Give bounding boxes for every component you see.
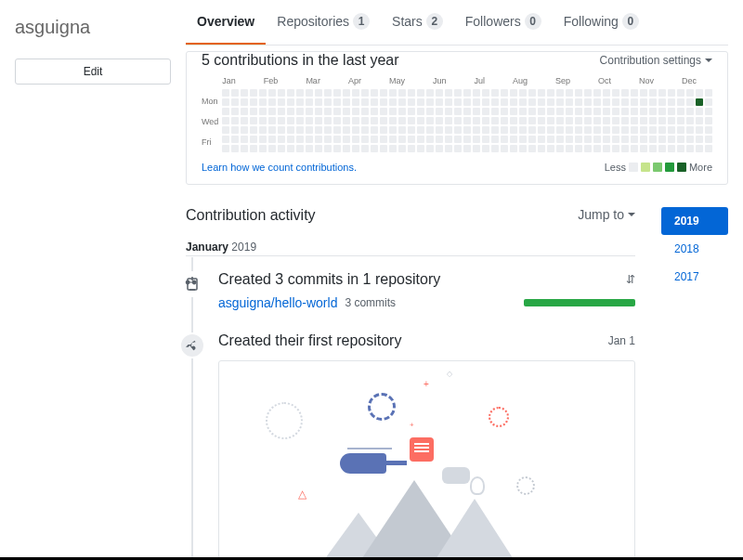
contribution-cell[interactable] (231, 136, 239, 143)
contribution-cell[interactable] (640, 126, 647, 134)
contribution-cell[interactable] (575, 136, 582, 143)
contribution-cell[interactable] (566, 145, 573, 152)
contribution-cell[interactable] (278, 98, 285, 106)
year-2018[interactable]: 2018 (661, 235, 728, 263)
contribution-cell[interactable] (250, 108, 257, 115)
contribution-cell[interactable] (426, 89, 434, 97)
contribution-cell[interactable] (501, 98, 508, 106)
contribution-cell[interactable] (612, 98, 619, 106)
contribution-cell[interactable] (259, 117, 267, 124)
contribution-cell[interactable] (631, 126, 638, 134)
contribution-cell[interactable] (324, 145, 332, 152)
contribution-cell[interactable] (231, 126, 239, 134)
contribution-cell[interactable] (584, 126, 592, 134)
contribution-cell[interactable] (528, 117, 536, 124)
contribution-cell[interactable] (343, 98, 350, 106)
contribution-cell[interactable] (250, 89, 257, 97)
contribution-cell[interactable] (445, 108, 452, 115)
contribution-cell[interactable] (222, 136, 229, 143)
contribution-cell[interactable] (649, 126, 657, 134)
contribution-cell[interactable] (259, 108, 267, 115)
contribution-cell[interactable] (668, 126, 675, 134)
contribution-cell[interactable] (426, 108, 434, 115)
contribution-cell[interactable] (621, 89, 629, 97)
contribution-cell[interactable] (241, 89, 248, 97)
contribution-cell[interactable] (705, 117, 712, 124)
contribution-cell[interactable] (408, 89, 415, 97)
contribution-cell[interactable] (677, 108, 684, 115)
contribution-cell[interactable] (398, 126, 406, 134)
contribution-cell[interactable] (241, 108, 248, 115)
contribution-cell[interactable] (510, 117, 517, 124)
contribution-cell[interactable] (658, 89, 666, 97)
contribution-cell[interactable] (575, 117, 582, 124)
contribution-cell[interactable] (686, 108, 694, 115)
contribution-cell[interactable] (519, 126, 527, 134)
contribution-cell[interactable] (631, 89, 638, 97)
contribution-cell[interactable] (426, 136, 434, 143)
contribution-cell[interactable] (306, 117, 313, 124)
contribution-cell[interactable] (417, 98, 424, 106)
contribution-cell[interactable] (482, 126, 489, 134)
contribution-cell[interactable] (528, 98, 536, 106)
contribution-cell[interactable] (696, 145, 703, 152)
contribution-cell[interactable] (658, 117, 666, 124)
contribution-cell[interactable] (705, 108, 712, 115)
contribution-cell[interactable] (343, 126, 350, 134)
contribution-cell[interactable] (259, 136, 267, 143)
contribution-cell[interactable] (408, 98, 415, 106)
contribution-cell[interactable] (231, 98, 239, 106)
edit-profile-button[interactable]: Edit (15, 59, 171, 85)
contribution-cell[interactable] (389, 145, 397, 152)
contribution-cell[interactable] (324, 98, 332, 106)
contribution-cell[interactable] (696, 126, 703, 134)
contribution-cell[interactable] (222, 145, 229, 152)
contribution-cell[interactable] (445, 126, 452, 134)
contribution-cell[interactable] (380, 117, 387, 124)
learn-contributions-link[interactable]: Learn how we count contributions. (202, 162, 357, 173)
tab-followers[interactable]: Followers0 (454, 0, 553, 45)
contribution-cell[interactable] (278, 126, 285, 134)
contribution-cell[interactable] (612, 136, 619, 143)
contribution-cell[interactable] (278, 117, 285, 124)
contribution-cell[interactable] (436, 89, 443, 97)
contribution-cell[interactable] (547, 126, 554, 134)
contribution-cell[interactable] (389, 108, 397, 115)
contribution-cell[interactable] (593, 126, 601, 134)
contribution-cell[interactable] (371, 136, 378, 143)
contribution-cell[interactable] (268, 117, 276, 124)
contribution-cell[interactable] (575, 126, 582, 134)
contribution-cell[interactable] (612, 89, 619, 97)
contribution-cell[interactable] (287, 136, 294, 143)
contribution-cell[interactable] (333, 89, 341, 97)
contribution-cell[interactable] (222, 126, 229, 134)
contribution-cell[interactable] (491, 98, 499, 106)
contribution-cell[interactable] (482, 117, 489, 124)
contribution-cell[interactable] (686, 89, 694, 97)
contribution-cell[interactable] (547, 89, 554, 97)
contribution-cell[interactable] (398, 98, 406, 106)
contribution-cell[interactable] (436, 136, 443, 143)
contribution-cell[interactable] (278, 89, 285, 97)
contribution-cell[interactable] (389, 126, 397, 134)
contribution-cell[interactable] (686, 136, 694, 143)
contribution-cell[interactable] (454, 89, 462, 97)
contribution-cell[interactable] (426, 145, 434, 152)
contribution-cell[interactable] (547, 98, 554, 106)
contribution-cell[interactable] (445, 89, 452, 97)
contribution-cell[interactable] (343, 108, 350, 115)
contribution-cell[interactable] (278, 108, 285, 115)
contribution-cell[interactable] (575, 98, 582, 106)
contribution-cell[interactable] (501, 126, 508, 134)
contribution-cell[interactable] (268, 89, 276, 97)
contribution-cell[interactable] (287, 145, 294, 152)
contribution-cell[interactable] (473, 108, 480, 115)
contribution-cell[interactable] (315, 136, 322, 143)
contribution-cell[interactable] (408, 108, 415, 115)
contribution-cell[interactable] (268, 98, 276, 106)
contribution-cell[interactable] (677, 117, 684, 124)
contribution-cell[interactable] (296, 126, 304, 134)
contribution-cell[interactable] (463, 117, 471, 124)
contribution-cell[interactable] (222, 98, 229, 106)
contribution-cell[interactable] (389, 98, 397, 106)
